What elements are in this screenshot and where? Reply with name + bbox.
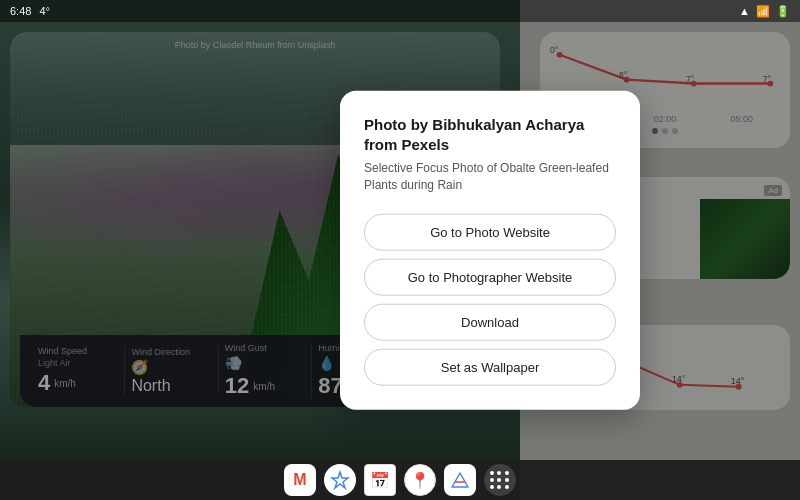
gmail-icon[interactable]: M bbox=[284, 464, 316, 496]
dialog-title: Photo by Bibhukalyan Acharya from Pexels bbox=[364, 115, 616, 154]
calendar-icon[interactable]: 📅 bbox=[364, 464, 396, 496]
dialog-buttons: Go to Photo Website Go to Photographer W… bbox=[364, 213, 616, 385]
status-left: 6:48 4° bbox=[10, 5, 50, 17]
drive-icon[interactable] bbox=[444, 464, 476, 496]
status-bar: 6:48 4° ▲ 📶 🔋 bbox=[0, 0, 800, 22]
photos-icon[interactable] bbox=[324, 464, 356, 496]
battery-icon: 🔋 bbox=[776, 5, 790, 18]
maps-icon[interactable]: 📍 bbox=[404, 464, 436, 496]
taskbar: M 📅 📍 bbox=[0, 460, 800, 500]
go-photographer-button[interactable]: Go to Photographer Website bbox=[364, 258, 616, 295]
go-photo-button[interactable]: Go to Photo Website bbox=[364, 213, 616, 250]
set-wallpaper-button[interactable]: Set as Wallpaper bbox=[364, 348, 616, 385]
more-apps-icon[interactable] bbox=[484, 464, 516, 496]
wifi-icon: ▲ bbox=[739, 5, 750, 17]
svg-marker-16 bbox=[452, 473, 468, 487]
time-display: 6:48 bbox=[10, 5, 31, 17]
temp-display: 4° bbox=[39, 5, 50, 17]
photo-info-dialog: Photo by Bibhukalyan Acharya from Pexels… bbox=[340, 91, 640, 410]
signal-icon: 📶 bbox=[756, 5, 770, 18]
dialog-subtitle: Selective Focus Photo of Obalte Green-le… bbox=[364, 160, 616, 194]
download-button[interactable]: Download bbox=[364, 303, 616, 340]
status-right: ▲ 📶 🔋 bbox=[739, 5, 790, 18]
